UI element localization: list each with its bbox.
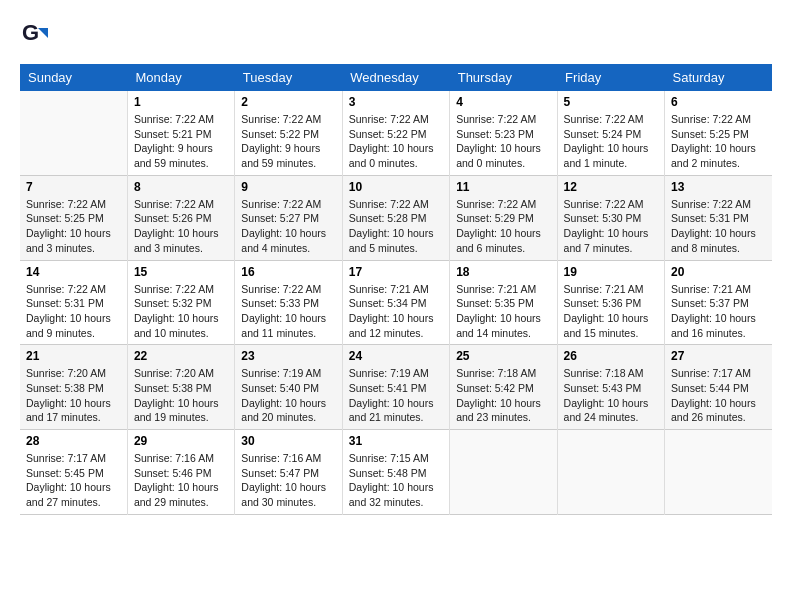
day-info: Sunrise: 7:22 AMSunset: 5:30 PMDaylight:… [564,197,658,256]
weekday-header-tuesday: Tuesday [235,64,342,91]
calendar-table: SundayMondayTuesdayWednesdayThursdayFrid… [20,64,772,515]
weekday-header-thursday: Thursday [450,64,557,91]
day-info: Sunrise: 7:22 AMSunset: 5:22 PMDaylight:… [241,112,335,171]
day-number: 12 [564,180,658,194]
day-number: 15 [134,265,228,279]
logo: G [20,20,52,48]
day-number: 31 [349,434,443,448]
calendar-cell: 18Sunrise: 7:21 AMSunset: 5:35 PMDayligh… [450,260,557,345]
day-info: Sunrise: 7:21 AMSunset: 5:34 PMDaylight:… [349,282,443,341]
day-number: 21 [26,349,121,363]
day-info: Sunrise: 7:22 AMSunset: 5:31 PMDaylight:… [671,197,766,256]
calendar-cell: 15Sunrise: 7:22 AMSunset: 5:32 PMDayligh… [127,260,234,345]
calendar-cell: 7Sunrise: 7:22 AMSunset: 5:25 PMDaylight… [20,175,127,260]
day-info: Sunrise: 7:22 AMSunset: 5:25 PMDaylight:… [671,112,766,171]
calendar-cell: 5Sunrise: 7:22 AMSunset: 5:24 PMDaylight… [557,91,664,175]
day-info: Sunrise: 7:16 AMSunset: 5:46 PMDaylight:… [134,451,228,510]
day-number: 23 [241,349,335,363]
day-info: Sunrise: 7:17 AMSunset: 5:45 PMDaylight:… [26,451,121,510]
day-info: Sunrise: 7:16 AMSunset: 5:47 PMDaylight:… [241,451,335,510]
calendar-cell: 17Sunrise: 7:21 AMSunset: 5:34 PMDayligh… [342,260,449,345]
day-info: Sunrise: 7:17 AMSunset: 5:44 PMDaylight:… [671,366,766,425]
calendar-cell: 26Sunrise: 7:18 AMSunset: 5:43 PMDayligh… [557,345,664,430]
day-number: 20 [671,265,766,279]
day-number: 27 [671,349,766,363]
calendar-cell [450,430,557,515]
weekday-header-wednesday: Wednesday [342,64,449,91]
calendar-cell: 3Sunrise: 7:22 AMSunset: 5:22 PMDaylight… [342,91,449,175]
day-info: Sunrise: 7:22 AMSunset: 5:24 PMDaylight:… [564,112,658,171]
day-info: Sunrise: 7:20 AMSunset: 5:38 PMDaylight:… [134,366,228,425]
calendar-week-row: 1Sunrise: 7:22 AMSunset: 5:21 PMDaylight… [20,91,772,175]
day-number: 30 [241,434,335,448]
day-info: Sunrise: 7:21 AMSunset: 5:36 PMDaylight:… [564,282,658,341]
calendar-cell: 31Sunrise: 7:15 AMSunset: 5:48 PMDayligh… [342,430,449,515]
day-info: Sunrise: 7:22 AMSunset: 5:28 PMDaylight:… [349,197,443,256]
calendar-cell [665,430,772,515]
day-number: 7 [26,180,121,194]
calendar-cell: 19Sunrise: 7:21 AMSunset: 5:36 PMDayligh… [557,260,664,345]
day-number: 11 [456,180,550,194]
day-number: 8 [134,180,228,194]
day-number: 5 [564,95,658,109]
day-number: 26 [564,349,658,363]
day-number: 4 [456,95,550,109]
day-info: Sunrise: 7:22 AMSunset: 5:29 PMDaylight:… [456,197,550,256]
calendar-cell: 8Sunrise: 7:22 AMSunset: 5:26 PMDaylight… [127,175,234,260]
day-info: Sunrise: 7:15 AMSunset: 5:48 PMDaylight:… [349,451,443,510]
day-info: Sunrise: 7:21 AMSunset: 5:37 PMDaylight:… [671,282,766,341]
day-number: 29 [134,434,228,448]
day-info: Sunrise: 7:21 AMSunset: 5:35 PMDaylight:… [456,282,550,341]
calendar-cell: 20Sunrise: 7:21 AMSunset: 5:37 PMDayligh… [665,260,772,345]
calendar-week-row: 7Sunrise: 7:22 AMSunset: 5:25 PMDaylight… [20,175,772,260]
calendar-cell [557,430,664,515]
day-number: 9 [241,180,335,194]
day-number: 18 [456,265,550,279]
day-number: 25 [456,349,550,363]
calendar-cell: 4Sunrise: 7:22 AMSunset: 5:23 PMDaylight… [450,91,557,175]
weekday-header-saturday: Saturday [665,64,772,91]
calendar-week-row: 21Sunrise: 7:20 AMSunset: 5:38 PMDayligh… [20,345,772,430]
calendar-cell: 6Sunrise: 7:22 AMSunset: 5:25 PMDaylight… [665,91,772,175]
page-header: G [20,20,772,48]
calendar-cell: 27Sunrise: 7:17 AMSunset: 5:44 PMDayligh… [665,345,772,430]
day-info: Sunrise: 7:22 AMSunset: 5:26 PMDaylight:… [134,197,228,256]
day-info: Sunrise: 7:22 AMSunset: 5:23 PMDaylight:… [456,112,550,171]
calendar-cell [20,91,127,175]
day-number: 24 [349,349,443,363]
day-number: 17 [349,265,443,279]
calendar-cell: 12Sunrise: 7:22 AMSunset: 5:30 PMDayligh… [557,175,664,260]
weekday-header-row: SundayMondayTuesdayWednesdayThursdayFrid… [20,64,772,91]
day-info: Sunrise: 7:18 AMSunset: 5:43 PMDaylight:… [564,366,658,425]
day-number: 14 [26,265,121,279]
calendar-cell: 1Sunrise: 7:22 AMSunset: 5:21 PMDaylight… [127,91,234,175]
day-info: Sunrise: 7:22 AMSunset: 5:33 PMDaylight:… [241,282,335,341]
calendar-cell: 23Sunrise: 7:19 AMSunset: 5:40 PMDayligh… [235,345,342,430]
day-number: 1 [134,95,228,109]
calendar-cell: 13Sunrise: 7:22 AMSunset: 5:31 PMDayligh… [665,175,772,260]
day-number: 16 [241,265,335,279]
weekday-header-friday: Friday [557,64,664,91]
calendar-cell: 14Sunrise: 7:22 AMSunset: 5:31 PMDayligh… [20,260,127,345]
calendar-week-row: 28Sunrise: 7:17 AMSunset: 5:45 PMDayligh… [20,430,772,515]
calendar-cell: 24Sunrise: 7:19 AMSunset: 5:41 PMDayligh… [342,345,449,430]
calendar-week-row: 14Sunrise: 7:22 AMSunset: 5:31 PMDayligh… [20,260,772,345]
weekday-header-sunday: Sunday [20,64,127,91]
calendar-cell: 2Sunrise: 7:22 AMSunset: 5:22 PMDaylight… [235,91,342,175]
calendar-cell: 25Sunrise: 7:18 AMSunset: 5:42 PMDayligh… [450,345,557,430]
day-number: 10 [349,180,443,194]
calendar-cell: 21Sunrise: 7:20 AMSunset: 5:38 PMDayligh… [20,345,127,430]
calendar-cell: 28Sunrise: 7:17 AMSunset: 5:45 PMDayligh… [20,430,127,515]
day-number: 22 [134,349,228,363]
day-info: Sunrise: 7:22 AMSunset: 5:32 PMDaylight:… [134,282,228,341]
day-info: Sunrise: 7:19 AMSunset: 5:40 PMDaylight:… [241,366,335,425]
logo-icon: G [20,20,48,48]
calendar-cell: 30Sunrise: 7:16 AMSunset: 5:47 PMDayligh… [235,430,342,515]
day-info: Sunrise: 7:22 AMSunset: 5:25 PMDaylight:… [26,197,121,256]
day-info: Sunrise: 7:20 AMSunset: 5:38 PMDaylight:… [26,366,121,425]
day-number: 3 [349,95,443,109]
day-number: 6 [671,95,766,109]
calendar-cell: 10Sunrise: 7:22 AMSunset: 5:28 PMDayligh… [342,175,449,260]
calendar-body: 1Sunrise: 7:22 AMSunset: 5:21 PMDaylight… [20,91,772,514]
svg-marker-1 [38,28,48,38]
